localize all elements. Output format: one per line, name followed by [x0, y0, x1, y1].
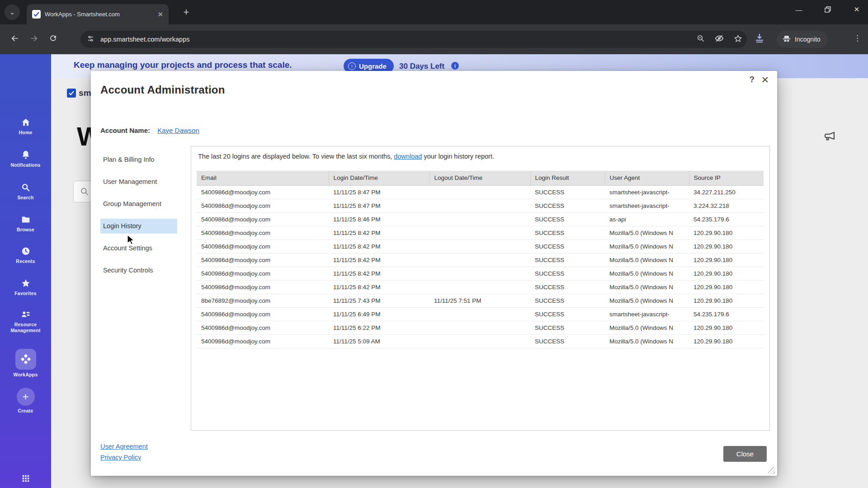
sidebar-item-browse[interactable]: Browse: [0, 215, 51, 233]
workapps-icon: [15, 349, 36, 370]
column-header-source-ip[interactable]: Source IP: [689, 171, 764, 185]
table-row[interactable]: 5400986d@moodjoy.com11/11/25 8:42 PMSUCC…: [197, 280, 764, 294]
search-icon: [21, 183, 31, 192]
tab-title: WorkApps - Smartsheet.com: [45, 11, 154, 18]
download-link[interactable]: download: [394, 153, 422, 160]
sidebar-item-notifications[interactable]: Notifications: [0, 150, 51, 168]
modal-nav-account-settings[interactable]: Account Settings: [100, 241, 177, 256]
bookmark-star-icon[interactable]: [734, 34, 742, 45]
smartsheet-logo-icon: [67, 89, 76, 98]
home-icon: [21, 117, 31, 127]
modal-close-icon[interactable]: ✕: [761, 75, 769, 85]
login-history-intro: The last 20 logins are displayed below. …: [198, 153, 494, 160]
column-header-login-result[interactable]: Login Result: [530, 171, 605, 185]
column-header-email[interactable]: Email: [197, 171, 329, 185]
forward-icon[interactable]: [24, 34, 43, 45]
table-row[interactable]: 5400986d@moodjoy.com11/11/25 6:22 PMSUCC…: [197, 321, 764, 334]
tab-search-chevron-icon[interactable]: ⌄: [5, 5, 20, 20]
column-header-login-date-time[interactable]: Login Date/Time: [329, 171, 429, 185]
modal-nav: Plan & Billing InfoUser ManagementGroup …: [100, 152, 177, 285]
table-row[interactable]: 5400986d@moodjoy.com11/11/25 8:42 PMSUCC…: [197, 239, 764, 253]
tab-close-icon[interactable]: ✕: [157, 10, 163, 19]
table-header-row: EmailLogin Date/TimeLogout Date/TimeLogi…: [197, 171, 764, 185]
app-switcher-grid-icon[interactable]: [0, 474, 51, 483]
search-icon: [80, 187, 89, 196]
table-row[interactable]: 8be76892@moodjoy.com11/11/25 7:43 PM11/1…: [197, 294, 764, 307]
incognito-icon: [782, 34, 791, 45]
upgrade-arrow-icon: ↑: [348, 62, 356, 70]
table-row[interactable]: 5400986d@moodjoy.com11/11/25 8:47 PMSUCC…: [197, 185, 764, 199]
bell-icon: [21, 150, 31, 160]
banner-message: Keep managing your projects and process …: [74, 60, 292, 70]
sidebar-item-create[interactable]: +Create: [0, 388, 51, 414]
browser-toolbar: app.smartsheet.com/workapps Incognito ⋮: [0, 24, 868, 54]
sidebar-item-favorites[interactable]: Favorites: [0, 278, 51, 296]
app-sidebar: HomeNotificationsSearchBrowseRecentsFavo…: [0, 54, 51, 488]
account-administration-modal: ? ✕ Account Administration Account Name:…: [91, 71, 777, 476]
modal-nav-user-management[interactable]: User Management: [100, 174, 177, 189]
table-row[interactable]: 5400986d@moodjoy.com11/11/25 6:49 PMSUCC…: [197, 307, 764, 321]
modal-nav-login-history[interactable]: Login History: [100, 219, 177, 234]
site-info-icon[interactable]: [80, 35, 100, 44]
folder-icon: [21, 215, 31, 225]
account-name-label: Account Name:: [100, 127, 150, 134]
window-restore-button[interactable]: [820, 3, 835, 16]
sidebar-item-recents[interactable]: Recents: [0, 246, 51, 264]
table-row[interactable]: 5400986d@moodjoy.com11/11/25 8:42 PMSUCC…: [197, 267, 764, 280]
privacy-policy-link[interactable]: Privacy Policy: [100, 454, 148, 461]
login-history-panel: The last 20 logins are displayed below. …: [191, 146, 770, 431]
table-row[interactable]: 5400986d@moodjoy.com11/11/25 5:09 AMSUCC…: [197, 334, 764, 348]
incognito-badge: Incognito: [777, 31, 828, 48]
browser-tab[interactable]: WorkApps - Smartsheet.com ✕: [27, 4, 169, 24]
smartsheet-favicon-icon: [32, 10, 41, 19]
smartsheet-logo: sm: [67, 88, 91, 98]
zoom-icon[interactable]: [697, 34, 705, 44]
table-row[interactable]: 5400986d@moodjoy.com11/11/25 8:42 PMSUCC…: [197, 253, 764, 267]
modal-nav-group-management[interactable]: Group Management: [100, 197, 177, 211]
column-header-logout-date-time[interactable]: Logout Date/Time: [429, 171, 530, 185]
sidebar-item-home[interactable]: Home: [0, 117, 51, 136]
modal-help-icon[interactable]: ?: [749, 75, 755, 84]
back-icon[interactable]: [5, 34, 24, 45]
days-left-label: 30 Days Left: [399, 62, 444, 71]
modal-title: Account Administration: [100, 84, 225, 96]
modal-nav-plan-billing-info[interactable]: Plan & Billing Info: [100, 152, 177, 167]
new-tab-button[interactable]: +: [180, 6, 193, 19]
browser-menu-icon[interactable]: ⋮: [854, 33, 861, 43]
table-row[interactable]: 5400986d@moodjoy.com11/11/25 8:46 PMSUCC…: [197, 212, 764, 226]
clock-icon: [21, 246, 31, 256]
resize-grip[interactable]: [768, 467, 775, 474]
window-close-button[interactable]: ✕: [849, 3, 864, 16]
sidebar-item-search[interactable]: Search: [0, 183, 51, 201]
user-agreement-link[interactable]: User Agreement: [100, 443, 148, 450]
column-header-user-agent[interactable]: User Agent: [605, 171, 689, 185]
people-icon: [21, 310, 31, 319]
eye-off-icon[interactable]: [715, 34, 724, 45]
window-minimize-button[interactable]: —: [791, 3, 807, 16]
table-row[interactable]: 5400986d@moodjoy.com11/11/25 8:47 PMSUCC…: [197, 199, 764, 212]
browser-tabstrip: ⌄ WorkApps - Smartsheet.com ✕ + — ✕: [0, 0, 868, 24]
login-history-table: EmailLogin Date/TimeLogout Date/TimeLogi…: [197, 171, 764, 348]
table-row[interactable]: 5400986d@moodjoy.com11/11/25 8:42 PMSUCC…: [197, 226, 764, 239]
megaphone-icon[interactable]: [823, 130, 836, 145]
downloads-icon[interactable]: [754, 33, 765, 45]
plus-icon: +: [17, 388, 35, 406]
address-bar[interactable]: app.smartsheet.com/workapps: [80, 31, 747, 48]
smartsheet-logo-text: sm: [79, 88, 91, 98]
incognito-label: Incognito: [795, 36, 821, 43]
modal-nav-security-controls[interactable]: Security Controls: [100, 263, 177, 278]
star-icon: [21, 278, 31, 288]
info-icon[interactable]: i: [451, 62, 459, 70]
reload-icon[interactable]: [43, 34, 62, 45]
mouse-cursor: [126, 234, 137, 247]
sidebar-item-resource-management[interactable]: Resource Management: [0, 310, 51, 333]
account-name-link[interactable]: Kaye Dawson: [157, 127, 199, 134]
close-button[interactable]: Close: [723, 446, 767, 462]
url-text[interactable]: app.smartsheet.com/workapps: [100, 36, 189, 43]
sidebar-item-workapps[interactable]: WorkApps: [0, 349, 51, 378]
